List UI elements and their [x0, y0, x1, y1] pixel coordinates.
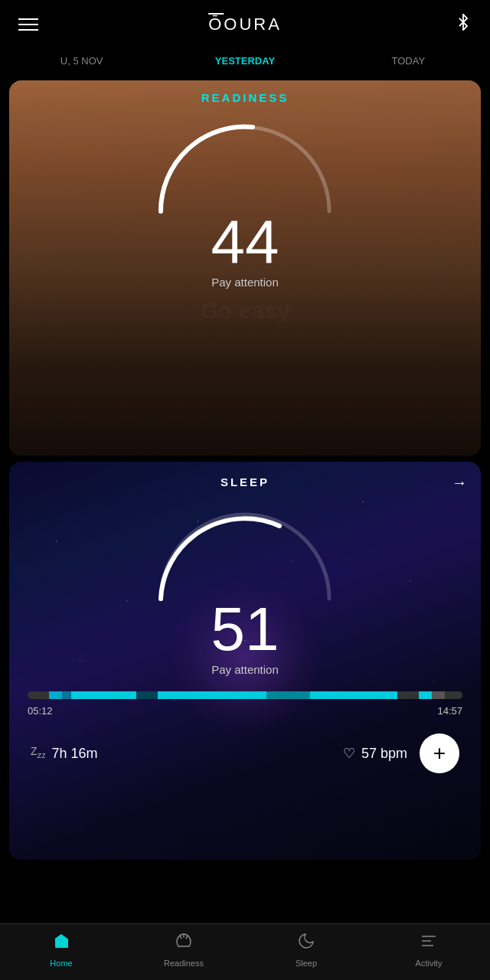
- readiness-gauge: [145, 112, 345, 219]
- bottom-navigation: Home Readiness Sleep Activity: [0, 923, 490, 980]
- title-overline: Ō: [208, 15, 224, 34]
- heart-rate: 57 bpm: [361, 746, 407, 762]
- timeline-bar: [28, 691, 462, 699]
- sleep-timeline: 05:12 14:57: [9, 676, 481, 723]
- readiness-card: READINESS 44 Pay attention Go easy Both …: [9, 80, 481, 456]
- activity-icon: [420, 932, 438, 955]
- sleep-nav-icon: [297, 932, 315, 955]
- sleep-card: → SLEEP 51 Pay attention: [9, 462, 481, 860]
- sleep-score: 51: [9, 599, 481, 660]
- menu-button[interactable]: [18, 18, 38, 31]
- tab-yesterday[interactable]: YESTERDAY: [163, 52, 326, 70]
- readiness-score: 44: [9, 211, 481, 273]
- nav-sleep[interactable]: Sleep: [245, 932, 368, 968]
- readiness-icon: [175, 932, 193, 955]
- heart-icon: ♡: [343, 745, 355, 762]
- sleep-status: Pay attention: [9, 663, 481, 676]
- timeline-start: 05:12: [28, 705, 53, 717]
- timeline-times: 05:12 14:57: [28, 705, 462, 717]
- sleep-gauge: [145, 499, 345, 606]
- nav-readiness-label: Readiness: [164, 959, 204, 968]
- readiness-description: Both your body temperature and resting h…: [9, 324, 481, 390]
- app-header: ŌOURA: [0, 0, 490, 49]
- timeline-segments: [28, 691, 462, 699]
- readiness-score-display: 44 Pay attention: [9, 211, 481, 289]
- add-button[interactable]: +: [420, 733, 459, 773]
- nav-activity-label: Activity: [416, 959, 443, 968]
- tab-past[interactable]: U, 5 NOV: [0, 52, 163, 70]
- timeline-end: 14:57: [437, 705, 462, 717]
- nav-sleep-label: Sleep: [296, 959, 317, 968]
- app-title: ŌOURA: [208, 15, 282, 34]
- nav-home[interactable]: Home: [0, 932, 122, 968]
- sleep-duration: 7h 16m: [51, 746, 97, 762]
- tab-today[interactable]: TODAY: [327, 52, 490, 70]
- sleep-score-display: 51 Pay attention: [9, 599, 481, 676]
- nav-home-label: Home: [50, 959, 72, 968]
- bluetooth-icon[interactable]: [455, 14, 472, 35]
- sleep-stats: Zzz 7h 16m ♡ 57 bpm +: [9, 723, 481, 789]
- sleep-label: SLEEP: [9, 462, 481, 488]
- sleep-zzz-icon: Zzz: [31, 745, 45, 760]
- readiness-status: Pay attention: [9, 276, 481, 289]
- nav-activity[interactable]: Activity: [368, 932, 490, 968]
- sleep-duration-stat: Zzz 7h 16m: [31, 746, 97, 762]
- home-icon: [52, 932, 70, 955]
- nav-readiness[interactable]: Readiness: [122, 932, 245, 968]
- heart-rate-stat: ♡ 57 bpm: [343, 745, 407, 762]
- readiness-title: Go easy: [9, 298, 481, 324]
- readiness-label: READINESS: [9, 80, 481, 104]
- date-navigation: U, 5 NOV YESTERDAY TODAY: [0, 49, 490, 74]
